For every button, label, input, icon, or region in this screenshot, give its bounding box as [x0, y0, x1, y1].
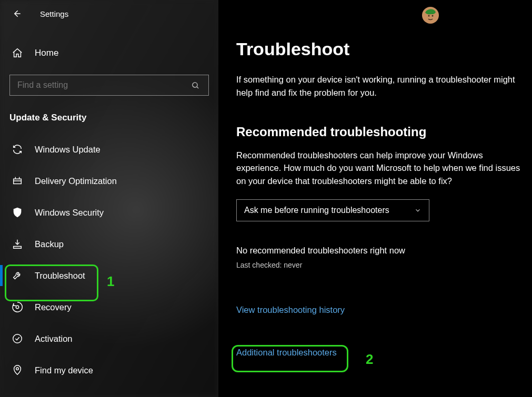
sidebar-item-label: Troubleshoot — [35, 271, 85, 281]
annotation-badge-1: 1 — [107, 273, 114, 290]
additional-troubleshooters-link[interactable]: Additional troubleshooters — [236, 348, 337, 358]
sidebar-section-title: Update & Security — [9, 113, 218, 123]
svg-point-3 — [13, 334, 22, 343]
app-title: Settings — [40, 9, 68, 18]
page-title: Troubleshoot — [236, 39, 525, 59]
sidebar-nav: Windows Update Delivery Optimization Win… — [0, 134, 218, 386]
sidebar-item-label: Backup — [35, 239, 64, 249]
location-icon — [12, 364, 23, 376]
shield-icon — [12, 207, 23, 218]
recommended-heading: Recommended troubleshooting — [236, 125, 525, 139]
search-input[interactable] — [17, 80, 189, 90]
sidebar-item-delivery-optimization[interactable]: Delivery Optimization — [0, 165, 218, 197]
wrench-icon — [12, 270, 23, 281]
last-checked: Last checked: never — [236, 261, 525, 269]
backup-icon — [12, 238, 23, 250]
svg-point-2 — [16, 306, 19, 309]
svg-rect-1 — [14, 179, 22, 184]
sidebar: Settings Home Update & Security — [0, 0, 218, 397]
home-icon — [12, 47, 23, 59]
main-content: Troubleshoot If something on your device… — [218, 0, 532, 397]
back-button[interactable] — [12, 8, 22, 19]
sidebar-item-label: Windows Update — [35, 145, 101, 155]
intro-text: If something on your device isn't workin… — [236, 73, 525, 99]
sidebar-item-label: Find my device — [35, 365, 93, 375]
search-box[interactable] — [9, 75, 209, 96]
recommended-status: No recommended troubleshooters right now — [236, 246, 525, 256]
sidebar-item-label: Windows Security — [35, 208, 104, 218]
sidebar-item-windows-update[interactable]: Windows Update — [0, 134, 218, 165]
svg-point-0 — [192, 82, 197, 87]
annotation-badge-2: 2 — [366, 351, 373, 368]
check-circle-icon — [12, 333, 23, 344]
sync-icon — [12, 144, 23, 155]
arrow-left-icon — [12, 8, 22, 19]
troubleshoot-mode-select[interactable]: Ask me before running troubleshooters — [236, 199, 429, 221]
delivery-icon — [12, 175, 23, 187]
search-wrap — [0, 65, 218, 96]
view-history-link[interactable]: View troubleshooting history — [236, 305, 345, 315]
sidebar-item-backup[interactable]: Backup — [0, 228, 218, 260]
select-value: Ask me before running troubleshooters — [244, 206, 389, 215]
sidebar-item-label: Recovery — [35, 302, 72, 312]
sidebar-item-label: Activation — [35, 334, 73, 344]
sidebar-item-windows-security[interactable]: Windows Security — [0, 197, 218, 228]
home-label: Home — [35, 48, 58, 58]
svg-point-6 — [428, 15, 430, 17]
search-icon — [189, 79, 201, 91]
sidebar-top-row: Settings — [0, 0, 218, 27]
svg-point-7 — [432, 15, 434, 17]
chevron-down-icon — [414, 207, 421, 214]
sidebar-item-recovery[interactable]: Recovery — [0, 291, 218, 323]
sidebar-item-label: Delivery Optimization — [35, 176, 117, 186]
user-avatar[interactable] — [421, 6, 439, 24]
recovery-icon — [12, 301, 23, 313]
sidebar-item-find-my-device[interactable]: Find my device — [0, 354, 218, 386]
sidebar-item-activation[interactable]: Activation — [0, 323, 218, 354]
recommended-text: Recommended troubleshooters can help imp… — [236, 149, 525, 188]
svg-point-4 — [16, 368, 19, 370]
sidebar-home[interactable]: Home — [0, 41, 218, 65]
